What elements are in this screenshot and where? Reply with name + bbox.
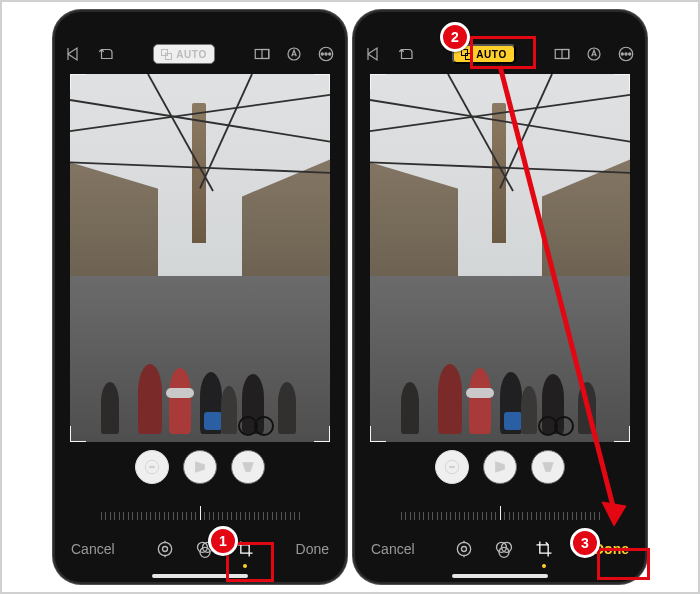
phone-screen-left: AUTO (55, 12, 345, 582)
crop-handle-tr[interactable] (614, 74, 630, 90)
rotate-controls (355, 450, 645, 484)
svg-point-4 (321, 53, 323, 55)
mode-icons (155, 539, 255, 559)
cancel-button[interactable]: Cancel (71, 541, 115, 557)
filters-mode-icon[interactable] (494, 539, 514, 559)
top-right-group (253, 45, 335, 63)
rotate-controls (55, 450, 345, 484)
photo-crop-area[interactable] (70, 74, 330, 442)
crop-handle-br[interactable] (614, 426, 630, 442)
auto-straighten-button[interactable]: AUTO (153, 44, 215, 64)
perspective-vertical-button[interactable] (531, 450, 565, 484)
svg-point-24 (625, 53, 627, 55)
straighten-slider-button[interactable] (435, 450, 469, 484)
more-icon[interactable] (617, 45, 635, 63)
svg-point-6 (329, 53, 331, 55)
markup-icon[interactable] (585, 45, 603, 63)
svg-rect-20 (562, 50, 569, 59)
done-button[interactable]: Done (594, 541, 629, 557)
perspective-horizontal-button[interactable] (183, 450, 217, 484)
done-button[interactable]: Done (296, 541, 329, 557)
top-left-group (365, 45, 415, 63)
editor-mode-bar: Cancel Done (55, 534, 345, 564)
more-icon[interactable] (317, 45, 335, 63)
auto-label: AUTO (476, 49, 507, 60)
mode-icons (454, 539, 554, 559)
angle-slider[interactable] (355, 498, 645, 520)
svg-rect-1 (262, 50, 269, 59)
perspective-horizontal-button[interactable] (483, 450, 517, 484)
crop-handle-bl[interactable] (70, 426, 86, 442)
cancel-button[interactable]: Cancel (371, 541, 415, 557)
crop-top-toolbar: AUTO (355, 40, 645, 68)
flip-vertical-icon[interactable] (365, 45, 383, 63)
svg-point-34 (462, 547, 467, 552)
phone-screen-right: AUTO (355, 12, 645, 582)
svg-rect-32 (450, 466, 455, 468)
flip-vertical-icon[interactable] (65, 45, 83, 63)
photo-crop-area[interactable] (370, 74, 630, 442)
crop-top-toolbar: AUTO (55, 40, 345, 68)
svg-point-23 (621, 53, 623, 55)
crop-handle-tl[interactable] (370, 74, 386, 90)
tutorial-figure: AUTO (0, 0, 700, 594)
crop-handle-tl[interactable] (70, 74, 86, 90)
perspective-vertical-button[interactable] (231, 450, 265, 484)
svg-rect-13 (150, 466, 155, 468)
svg-point-33 (458, 542, 471, 555)
top-left-group (65, 45, 115, 63)
svg-point-15 (163, 547, 168, 552)
filters-mode-icon[interactable] (195, 539, 215, 559)
auto-label: AUTO (176, 49, 207, 60)
auto-corners-icon (161, 49, 172, 60)
top-right-group (553, 45, 635, 63)
home-indicator[interactable] (152, 574, 248, 578)
adjust-mode-icon[interactable] (155, 539, 175, 559)
straighten-slider-button[interactable] (135, 450, 169, 484)
svg-point-25 (629, 53, 631, 55)
aspect-ratio-icon[interactable] (253, 45, 271, 63)
crop-handle-bl[interactable] (370, 426, 386, 442)
rotate-icon[interactable] (397, 45, 415, 63)
aspect-ratio-icon[interactable] (553, 45, 571, 63)
crop-mode-icon[interactable] (235, 539, 255, 559)
markup-icon[interactable] (285, 45, 303, 63)
auto-corners-icon (461, 49, 472, 60)
editor-mode-bar: Cancel Done (355, 534, 645, 564)
home-indicator[interactable] (452, 574, 548, 578)
angle-slider[interactable] (55, 498, 345, 520)
crop-handle-tr[interactable] (314, 74, 330, 90)
crop-mode-icon[interactable] (534, 539, 554, 559)
adjust-mode-icon[interactable] (454, 539, 474, 559)
crop-handle-br[interactable] (314, 426, 330, 442)
rotate-icon[interactable] (97, 45, 115, 63)
svg-point-14 (158, 542, 171, 555)
auto-straighten-button[interactable]: AUTO (452, 44, 516, 64)
svg-point-5 (325, 53, 327, 55)
